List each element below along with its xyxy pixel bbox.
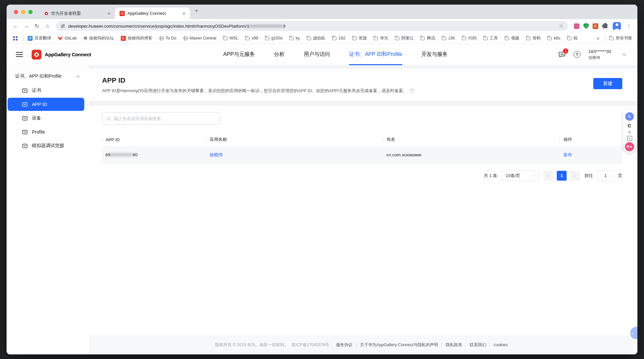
bookmark-item[interactable]: 华为 (374, 36, 388, 41)
bookmark-item[interactable]: 徐晓伟的博客 (121, 36, 152, 41)
reload-icon[interactable]: ↻ (32, 21, 41, 31)
bookmark-item[interactable]: JJK (442, 36, 455, 40)
brand-name[interactable]: AppGallery Connect (45, 52, 91, 57)
footer-link[interactable]: cookies (490, 343, 511, 347)
account-info[interactable]: 183******30 徐晓伟 (588, 49, 611, 60)
back-icon[interactable]: ← (11, 21, 20, 31)
extensions-puzzle-icon[interactable] (603, 24, 607, 28)
translate-icon: 中A (625, 142, 634, 151)
extension-icon-pink[interactable] (574, 23, 579, 29)
window-controls[interactable] (14, 10, 33, 14)
c-extension-icon[interactable]: C (593, 23, 598, 29)
agc-logo-icon[interactable] (32, 50, 41, 60)
close-window-button[interactable] (14, 10, 18, 14)
footer-link[interactable]: 服务协议 (333, 342, 356, 348)
tab-appgallery-connect[interactable]: AppGallery Connect × (115, 8, 190, 19)
translate-fab[interactable]: 中A (624, 141, 635, 153)
footer-link[interactable]: 关于华为AppGallery Connect与隐私的声明 (356, 342, 442, 348)
header-nav-item[interactable]: 用户与访问 (304, 44, 330, 65)
huawei-favicon: ✿ (44, 11, 48, 16)
browser-profile-avatar[interactable] (613, 22, 621, 30)
sidebar-item[interactable]: 设备 (8, 112, 84, 125)
agc-favicon (120, 11, 125, 16)
bookmark-label: 徐晓伟的论坛 (89, 36, 114, 41)
sidebar-section-header[interactable]: 证书、APP ID和Profile (7, 73, 89, 79)
chevron-down-icon[interactable] (622, 53, 626, 56)
bookmark-item[interactable]: 腾讯 (420, 36, 435, 41)
footer-link[interactable]: 联系我们 (466, 342, 490, 348)
shield-extension-icon[interactable]: ✓ (583, 23, 589, 29)
header-nav: APP与元服务 分析 用户与访问 证书、APP ID和Profile 开发与服务 (223, 44, 448, 65)
help-icon[interactable]: ? (574, 51, 580, 58)
notes-extension-icon[interactable]: ✎ (625, 112, 634, 121)
sidebar-item[interactable]: 证书 (8, 84, 84, 97)
forward-icon[interactable]: → (22, 21, 31, 31)
search-box[interactable] (102, 112, 220, 125)
panel-glyph-top: 笔 (628, 130, 631, 134)
tab-huawei-developer[interactable]: ✿ 华为开发者联盟 × (40, 8, 115, 19)
search-input[interactable] (114, 116, 216, 121)
bookmark-item[interactable]: 徐晓伟的论坛 (84, 36, 114, 41)
page-title-section: APP ID APP ID是HarmonyOS应用进行开发与发布的关键要素，是识… (89, 69, 637, 101)
browser-menu-icon[interactable]: ⋮ (625, 23, 633, 29)
minimize-window-button[interactable] (21, 10, 25, 14)
bookmark-item[interactable]: 阿里云 (395, 36, 414, 41)
bookmark-item[interactable]: Maven Central (183, 36, 216, 40)
bookmark-item[interactable]: ky (289, 36, 300, 40)
bookmark-star-icon[interactable]: ☆ (559, 23, 563, 29)
bookmark-item[interactable]: 视频 (505, 36, 519, 41)
publish-link[interactable]: 发布 (563, 152, 572, 157)
qr-code-icon[interactable]: + (627, 136, 632, 141)
bookmark-item[interactable]: 资料 (526, 36, 541, 41)
address-bar[interactable]: developer.huawei.com/consumer/cn/service… (56, 21, 568, 31)
new-button[interactable]: 新建 (593, 78, 622, 89)
apps-grid-icon[interactable] (13, 36, 15, 38)
header-nav-item[interactable]: 证书、APP ID和Profile (349, 44, 402, 65)
close-tab-icon[interactable]: × (181, 11, 187, 16)
current-page-button[interactable]: 1 (557, 171, 567, 181)
bookmark-item[interactable]: x99 (245, 36, 258, 40)
next-page-button[interactable]: › (570, 171, 580, 181)
bookmark-label: 税 (574, 36, 578, 41)
bookmark-icon (28, 36, 33, 41)
home-icon[interactable]: ⌂ (43, 21, 52, 31)
sidebar-item[interactable]: Profile (8, 125, 84, 139)
all-bookmarks-folder[interactable]: 所有书签 (609, 36, 632, 41)
bookmark-item[interactable]: 税 (567, 36, 578, 41)
bookmark-item[interactable]: 百度翻译 (28, 36, 51, 41)
goto-page-input[interactable] (598, 170, 613, 181)
bookmark-item[interactable]: 工具 (483, 36, 498, 41)
notification-button[interactable]: 1 (558, 50, 567, 59)
bookmark-label: ky (296, 36, 300, 40)
bookmark-item[interactable]: To Do (159, 36, 176, 40)
bookmark-item[interactable]: g150s (265, 36, 282, 40)
bookmarks-overflow-icon[interactable]: » (595, 36, 601, 41)
bookmark-item[interactable]: 192 (332, 36, 345, 40)
bookmark-label: 代码 (468, 36, 476, 41)
c-panel-icon[interactable]: C (628, 123, 631, 128)
close-tab-icon[interactable]: × (106, 11, 112, 16)
header-nav-item[interactable]: 开发与服务 (421, 44, 448, 65)
bookmark-item[interactable]: 代码 (462, 36, 476, 41)
bookmark-label: Maven Central (190, 36, 216, 40)
help-tooltip-icon[interactable]: ? (410, 89, 415, 93)
app-name-link[interactable]: 徐晓伟 (209, 152, 223, 157)
bookmark-item[interactable]: WSL (223, 36, 238, 40)
footer-link[interactable]: 隐私政策 (442, 342, 466, 348)
prev-page-button[interactable]: ‹ (544, 171, 553, 181)
bookmark-item[interactable]: 虚拟机 (307, 36, 326, 41)
new-tab-button[interactable]: + (195, 7, 198, 14)
bookmark-item[interactable]: 资源 (352, 36, 367, 41)
site-info-icon[interactable] (61, 24, 65, 28)
sidebar-section-title: 证书、APP ID和Profile (15, 73, 62, 79)
page-size-select[interactable]: 10条/页 (502, 170, 539, 181)
bookmark-item[interactable]: GitLab (58, 36, 77, 40)
sidebar-item[interactable]: 模拟器调试凭据 (8, 139, 84, 152)
header-nav-item[interactable]: 分析 (274, 44, 284, 65)
table-row[interactable]: 690000000080 徐晓伟 cn.com.xuxiaowei 发布 (102, 146, 622, 164)
header-nav-item[interactable]: APP与元服务 (223, 44, 255, 65)
sidebar-item[interactable]: APP ID (8, 98, 84, 111)
bookmark-item[interactable]: k8s (548, 36, 560, 40)
menu-hamburger-icon[interactable] (16, 52, 23, 57)
maximize-window-button[interactable] (28, 10, 33, 14)
